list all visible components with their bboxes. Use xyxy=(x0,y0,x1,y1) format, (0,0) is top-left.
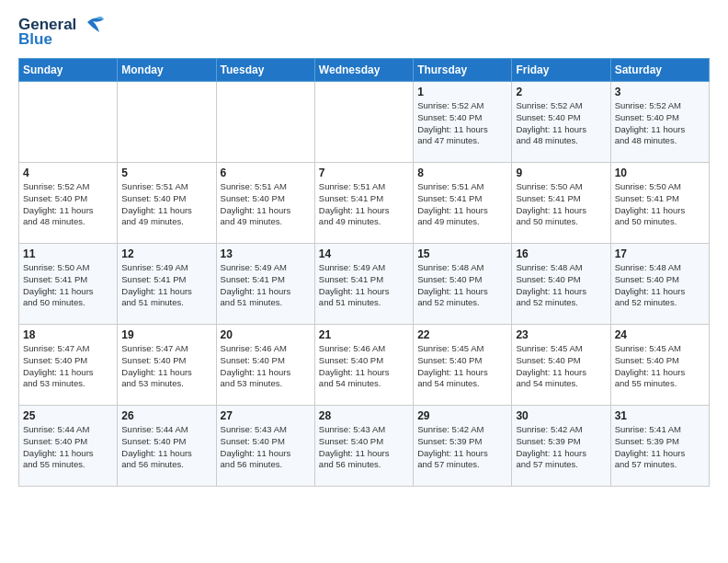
calendar-cell: 1Sunrise: 5:52 AM Sunset: 5:40 PM Daylig… xyxy=(414,82,512,163)
calendar-cell: 8Sunrise: 5:51 AM Sunset: 5:41 PM Daylig… xyxy=(414,163,512,244)
day-detail: Sunrise: 5:50 AM Sunset: 5:41 PM Dayligh… xyxy=(23,262,113,309)
day-header-tuesday: Tuesday xyxy=(216,59,314,82)
day-number: 19 xyxy=(121,328,211,341)
calendar-cell: 9Sunrise: 5:50 AM Sunset: 5:41 PM Daylig… xyxy=(512,163,610,244)
calendar-body: 1Sunrise: 5:52 AM Sunset: 5:40 PM Daylig… xyxy=(19,82,710,487)
day-number: 26 xyxy=(121,409,211,422)
day-detail: Sunrise: 5:52 AM Sunset: 5:40 PM Dayligh… xyxy=(23,181,113,228)
day-detail: Sunrise: 5:41 AM Sunset: 5:39 PM Dayligh… xyxy=(615,424,705,471)
day-number: 12 xyxy=(121,247,211,260)
calendar-cell: 26Sunrise: 5:44 AM Sunset: 5:40 PM Dayli… xyxy=(118,406,216,487)
day-detail: Sunrise: 5:43 AM Sunset: 5:40 PM Dayligh… xyxy=(319,424,409,471)
day-detail: Sunrise: 5:45 AM Sunset: 5:40 PM Dayligh… xyxy=(615,343,705,390)
calendar-cell xyxy=(118,82,216,163)
day-number: 17 xyxy=(615,247,705,260)
header: General Blue xyxy=(18,15,710,49)
calendar-cell: 28Sunrise: 5:43 AM Sunset: 5:40 PM Dayli… xyxy=(314,406,413,487)
calendar-cell: 29Sunrise: 5:42 AM Sunset: 5:39 PM Dayli… xyxy=(414,406,512,487)
calendar-header: SundayMondayTuesdayWednesdayThursdayFrid… xyxy=(19,59,710,82)
day-detail: Sunrise: 5:47 AM Sunset: 5:40 PM Dayligh… xyxy=(23,343,113,390)
day-header-thursday: Thursday xyxy=(414,59,512,82)
day-number: 5 xyxy=(121,167,211,179)
calendar-cell: 12Sunrise: 5:49 AM Sunset: 5:41 PM Dayli… xyxy=(118,244,216,325)
day-detail: Sunrise: 5:49 AM Sunset: 5:41 PM Dayligh… xyxy=(319,262,409,309)
day-number: 9 xyxy=(516,167,606,179)
calendar-cell: 15Sunrise: 5:48 AM Sunset: 5:40 PM Dayli… xyxy=(414,244,512,325)
calendar: SundayMondayTuesdayWednesdayThursdayFrid… xyxy=(18,58,710,487)
day-detail: Sunrise: 5:42 AM Sunset: 5:39 PM Dayligh… xyxy=(417,424,507,471)
logo-blue-text: Blue xyxy=(18,30,52,49)
calendar-cell: 25Sunrise: 5:44 AM Sunset: 5:40 PM Dayli… xyxy=(19,406,118,487)
day-header-friday: Friday xyxy=(512,59,610,82)
calendar-cell: 23Sunrise: 5:45 AM Sunset: 5:40 PM Dayli… xyxy=(512,325,610,406)
header-row: SundayMondayTuesdayWednesdayThursdayFrid… xyxy=(19,59,710,82)
day-number: 30 xyxy=(516,409,606,422)
day-number: 22 xyxy=(417,328,507,341)
day-number: 27 xyxy=(221,409,311,422)
calendar-cell: 16Sunrise: 5:48 AM Sunset: 5:40 PM Dayli… xyxy=(512,244,610,325)
day-detail: Sunrise: 5:45 AM Sunset: 5:40 PM Dayligh… xyxy=(516,343,606,390)
calendar-cell: 10Sunrise: 5:50 AM Sunset: 5:41 PM Dayli… xyxy=(610,163,709,244)
day-detail: Sunrise: 5:49 AM Sunset: 5:41 PM Dayligh… xyxy=(121,262,211,309)
day-header-saturday: Saturday xyxy=(610,59,709,82)
day-detail: Sunrise: 5:45 AM Sunset: 5:40 PM Dayligh… xyxy=(417,343,507,390)
day-number: 3 xyxy=(615,86,705,98)
calendar-cell: 21Sunrise: 5:46 AM Sunset: 5:40 PM Dayli… xyxy=(314,325,413,406)
day-number: 29 xyxy=(417,409,507,422)
calendar-cell xyxy=(314,82,413,163)
day-number: 4 xyxy=(23,167,113,179)
calendar-cell: 30Sunrise: 5:42 AM Sunset: 5:39 PM Dayli… xyxy=(512,406,610,487)
day-detail: Sunrise: 5:48 AM Sunset: 5:40 PM Dayligh… xyxy=(615,262,705,309)
day-number: 7 xyxy=(319,167,409,179)
day-detail: Sunrise: 5:51 AM Sunset: 5:40 PM Dayligh… xyxy=(121,181,211,228)
day-number: 13 xyxy=(221,247,311,260)
calendar-cell: 4Sunrise: 5:52 AM Sunset: 5:40 PM Daylig… xyxy=(19,163,118,244)
calendar-cell: 5Sunrise: 5:51 AM Sunset: 5:40 PM Daylig… xyxy=(118,163,216,244)
day-detail: Sunrise: 5:48 AM Sunset: 5:40 PM Dayligh… xyxy=(417,262,507,309)
calendar-cell: 24Sunrise: 5:45 AM Sunset: 5:40 PM Dayli… xyxy=(610,325,709,406)
day-detail: Sunrise: 5:48 AM Sunset: 5:40 PM Dayligh… xyxy=(516,262,606,309)
week-row-1: 1Sunrise: 5:52 AM Sunset: 5:40 PM Daylig… xyxy=(19,82,710,163)
day-number: 10 xyxy=(615,167,705,179)
day-number: 28 xyxy=(319,409,409,422)
calendar-cell: 13Sunrise: 5:49 AM Sunset: 5:41 PM Dayli… xyxy=(216,244,314,325)
calendar-cell: 22Sunrise: 5:45 AM Sunset: 5:40 PM Dayli… xyxy=(414,325,512,406)
calendar-cell: 27Sunrise: 5:43 AM Sunset: 5:40 PM Dayli… xyxy=(216,406,314,487)
day-number: 23 xyxy=(516,328,606,341)
day-header-monday: Monday xyxy=(118,59,216,82)
day-header-wednesday: Wednesday xyxy=(314,59,413,82)
day-detail: Sunrise: 5:50 AM Sunset: 5:41 PM Dayligh… xyxy=(516,181,606,228)
day-detail: Sunrise: 5:51 AM Sunset: 5:41 PM Dayligh… xyxy=(417,181,507,228)
calendar-cell: 11Sunrise: 5:50 AM Sunset: 5:41 PM Dayli… xyxy=(19,244,118,325)
calendar-cell: 6Sunrise: 5:51 AM Sunset: 5:40 PM Daylig… xyxy=(216,163,314,244)
day-header-sunday: Sunday xyxy=(19,59,118,82)
day-detail: Sunrise: 5:42 AM Sunset: 5:39 PM Dayligh… xyxy=(516,424,606,471)
calendar-cell xyxy=(216,82,314,163)
calendar-cell: 19Sunrise: 5:47 AM Sunset: 5:40 PM Dayli… xyxy=(118,325,216,406)
day-number: 8 xyxy=(417,167,507,179)
day-detail: Sunrise: 5:46 AM Sunset: 5:40 PM Dayligh… xyxy=(221,343,311,390)
week-row-5: 25Sunrise: 5:44 AM Sunset: 5:40 PM Dayli… xyxy=(19,406,710,487)
day-number: 6 xyxy=(221,167,311,179)
day-number: 1 xyxy=(417,86,507,98)
day-detail: Sunrise: 5:52 AM Sunset: 5:40 PM Dayligh… xyxy=(615,100,705,147)
calendar-cell: 20Sunrise: 5:46 AM Sunset: 5:40 PM Dayli… xyxy=(216,325,314,406)
calendar-cell: 14Sunrise: 5:49 AM Sunset: 5:41 PM Dayli… xyxy=(314,244,413,325)
day-number: 14 xyxy=(319,247,409,260)
day-detail: Sunrise: 5:46 AM Sunset: 5:40 PM Dayligh… xyxy=(319,343,409,390)
day-detail: Sunrise: 5:51 AM Sunset: 5:40 PM Dayligh… xyxy=(221,181,311,228)
day-detail: Sunrise: 5:43 AM Sunset: 5:40 PM Dayligh… xyxy=(221,424,311,471)
calendar-cell: 31Sunrise: 5:41 AM Sunset: 5:39 PM Dayli… xyxy=(610,406,709,487)
day-detail: Sunrise: 5:51 AM Sunset: 5:41 PM Dayligh… xyxy=(319,181,409,228)
calendar-cell: 7Sunrise: 5:51 AM Sunset: 5:41 PM Daylig… xyxy=(314,163,413,244)
day-number: 20 xyxy=(221,328,311,341)
day-detail: Sunrise: 5:47 AM Sunset: 5:40 PM Dayligh… xyxy=(121,343,211,390)
day-number: 11 xyxy=(23,247,113,260)
calendar-cell: 18Sunrise: 5:47 AM Sunset: 5:40 PM Dayli… xyxy=(19,325,118,406)
calendar-cell: 2Sunrise: 5:52 AM Sunset: 5:40 PM Daylig… xyxy=(512,82,610,163)
day-number: 21 xyxy=(319,328,409,341)
day-number: 16 xyxy=(516,247,606,260)
week-row-3: 11Sunrise: 5:50 AM Sunset: 5:41 PM Dayli… xyxy=(19,244,710,325)
day-detail: Sunrise: 5:52 AM Sunset: 5:40 PM Dayligh… xyxy=(516,100,606,147)
week-row-4: 18Sunrise: 5:47 AM Sunset: 5:40 PM Dayli… xyxy=(19,325,710,406)
